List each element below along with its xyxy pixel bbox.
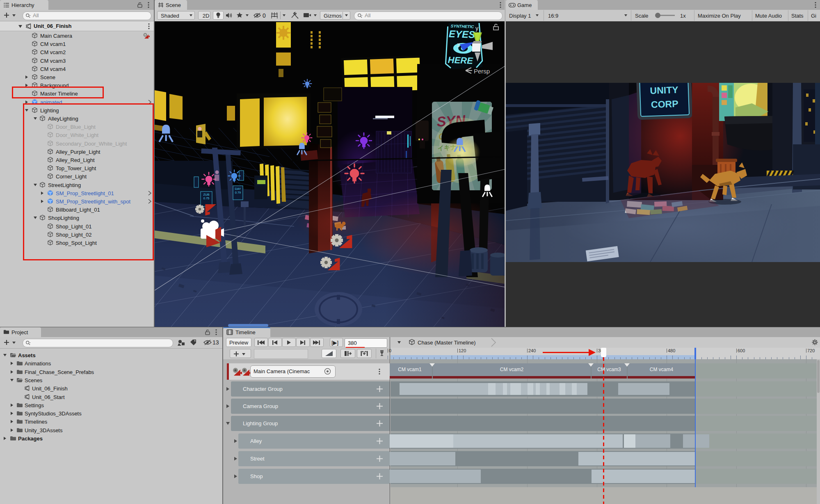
svg-text:z: z xyxy=(457,41,460,48)
svg-text:HERE: HERE xyxy=(448,55,473,66)
svg-text:ZUB: ZUB xyxy=(203,193,210,196)
svg-text:y: y xyxy=(475,25,478,32)
svg-text:UNITY: UNITY xyxy=(650,84,678,96)
svg-text:DAY: DAY xyxy=(235,187,241,191)
svg-text:0.79: 0.79 xyxy=(235,191,241,194)
svg-text:0.75: 0.75 xyxy=(203,196,210,200)
svg-text:Persp: Persp xyxy=(474,68,490,75)
svg-text:EYES: EYES xyxy=(449,28,475,40)
svg-text:CORP: CORP xyxy=(651,98,678,110)
